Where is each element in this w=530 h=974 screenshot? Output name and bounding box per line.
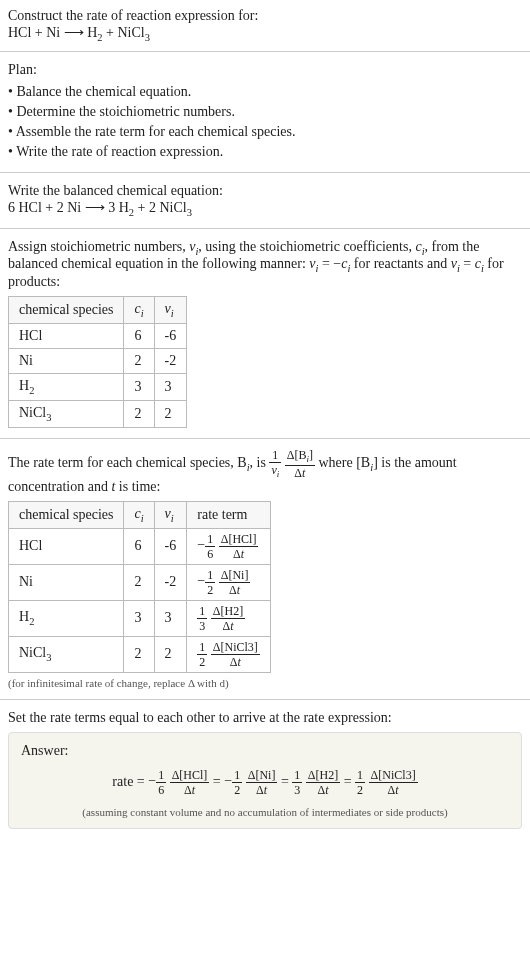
table-header: ci — [124, 297, 154, 324]
table-header: νi — [154, 297, 187, 324]
rate-cell: 13 Δ[H2]Δt — [187, 600, 271, 636]
species-cell: H2 — [9, 373, 124, 400]
v-cell: -6 — [154, 528, 187, 564]
stoich-table: chemical species ci νi HCl 6 -6 Ni 2 -2 … — [8, 296, 187, 427]
rate-term-delta-frac: Δ[Bi]Δt — [285, 449, 315, 479]
table-header-row: chemical species ci νi — [9, 297, 187, 324]
answer-label: Answer: — [21, 743, 509, 759]
c-cell: 6 — [124, 323, 154, 348]
v-cell: -6 — [154, 323, 187, 348]
c-cell: 3 — [124, 600, 154, 636]
v-cell: 2 — [154, 636, 187, 672]
species-cell: H2 — [9, 600, 124, 636]
rate-term-note: (for infinitesimal rate of change, repla… — [8, 677, 522, 689]
c-cell: 2 — [124, 636, 154, 672]
plan-item: • Write the rate of reaction expression. — [8, 142, 522, 162]
v-cell: 3 — [154, 373, 187, 400]
final-section: Set the rate terms equal to each other t… — [0, 699, 530, 839]
stoich-section: Assign stoichiometric numbers, νi, using… — [0, 228, 530, 438]
rate-term-section: The rate term for each chemical species,… — [0, 438, 530, 699]
table-row: HCl 6 -6 −16 Δ[HCl]Δt — [9, 528, 271, 564]
species-cell: HCl — [9, 323, 124, 348]
species-cell: NiCl3 — [9, 636, 124, 672]
c-cell: 2 — [124, 564, 154, 600]
plan-list: • Balance the chemical equation. • Deter… — [8, 82, 522, 162]
table-row: Ni 2 -2 −12 Δ[Ni]Δt — [9, 564, 271, 600]
table-header-row: chemical species ci νi rate term — [9, 501, 271, 528]
table-header: chemical species — [9, 297, 124, 324]
rate-cell: 12 Δ[NiCl3]Δt — [187, 636, 271, 672]
plan-item: • Determine the stoichiometric numbers. — [8, 102, 522, 122]
plan-item: • Assemble the rate term for each chemic… — [8, 122, 522, 142]
balanced-heading: Write the balanced chemical equation: — [8, 183, 522, 199]
answer-equation: rate = −16 Δ[HCl]Δt = −12 Δ[Ni]Δt = 13 Δ… — [21, 765, 509, 800]
c-cell: 6 — [124, 528, 154, 564]
c-cell: 2 — [124, 400, 154, 427]
rate-cell: −12 Δ[Ni]Δt — [187, 564, 271, 600]
answer-note: (assuming constant volume and no accumul… — [21, 806, 509, 818]
balanced-equation: 6 HCl + 2 Ni ⟶ 3 H2 + 2 NiCl3 — [8, 199, 522, 218]
balanced-section: Write the balanced chemical equation: 6 … — [0, 172, 530, 228]
plan-heading: Plan: — [8, 62, 522, 78]
table-row: H2 3 3 13 Δ[H2]Δt — [9, 600, 271, 636]
species-cell: NiCl3 — [9, 400, 124, 427]
species-cell: Ni — [9, 348, 124, 373]
final-heading: Set the rate terms equal to each other t… — [8, 710, 522, 726]
v-cell: -2 — [154, 348, 187, 373]
v-cell: 2 — [154, 400, 187, 427]
plan-section: Plan: • Balance the chemical equation. •… — [0, 51, 530, 172]
table-header: νi — [154, 501, 187, 528]
c-cell: 3 — [124, 373, 154, 400]
rate-term-coef-frac: 1νi — [269, 449, 281, 479]
rate-term-table: chemical species ci νi rate term HCl 6 -… — [8, 501, 271, 673]
rate-cell: −16 Δ[HCl]Δt — [187, 528, 271, 564]
table-row: NiCl3 2 2 — [9, 400, 187, 427]
v-cell: -2 — [154, 564, 187, 600]
table-row: H2 3 3 — [9, 373, 187, 400]
table-row: NiCl3 2 2 12 Δ[NiCl3]Δt — [9, 636, 271, 672]
rate-term-heading-post: , is — [250, 455, 266, 470]
prompt-equation: HCl + Ni ⟶ H2 + NiCl3 — [8, 24, 522, 43]
answer-box: Answer: rate = −16 Δ[HCl]Δt = −12 Δ[Ni]Δ… — [8, 732, 522, 829]
c-cell: 2 — [124, 348, 154, 373]
species-cell: HCl — [9, 528, 124, 564]
table-header: chemical species — [9, 501, 124, 528]
v-cell: 3 — [154, 600, 187, 636]
table-row: HCl 6 -6 — [9, 323, 187, 348]
prompt-section: Construct the rate of reaction expressio… — [0, 0, 530, 51]
table-row: Ni 2 -2 — [9, 348, 187, 373]
table-header: rate term — [187, 501, 271, 528]
prompt-title: Construct the rate of reaction expressio… — [8, 8, 522, 24]
table-header: ci — [124, 501, 154, 528]
rate-label: rate = — [112, 773, 144, 788]
species-cell: Ni — [9, 564, 124, 600]
plan-item: • Balance the chemical equation. — [8, 82, 522, 102]
rate-term-heading: The rate term for each chemical species,… — [8, 449, 522, 495]
stoich-heading: Assign stoichiometric numbers, νi, using… — [8, 239, 522, 291]
rate-term-heading-pre: The rate term for each chemical species,… — [8, 455, 247, 470]
